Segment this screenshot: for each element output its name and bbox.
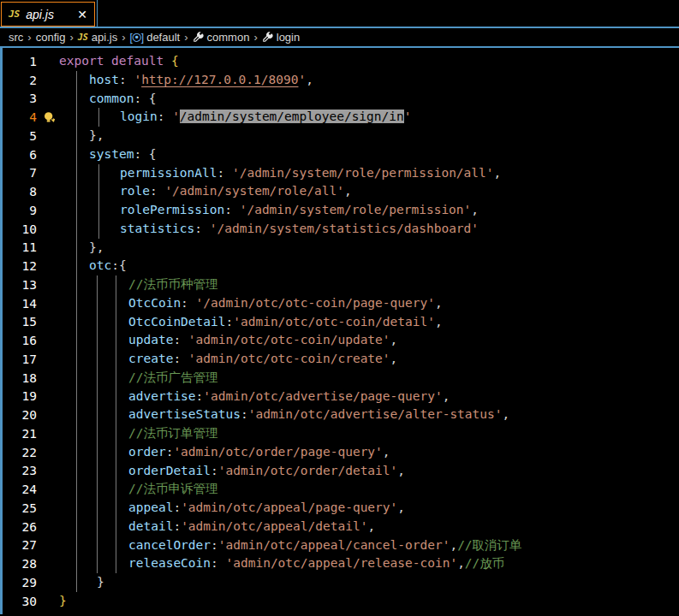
code-content[interactable]: permissionAll: '/admin/system/role/permi… [59,164,679,183]
line-number[interactable]: 17 [3,352,37,366]
line-number[interactable]: 14 [3,297,37,311]
code-content[interactable]: OtcCoin: '/admin/otc/otc-coin/page-query… [59,294,679,313]
code-content[interactable]: cancelOrder:'admin/otc/appeal/cancel-ord… [59,536,679,555]
code-content[interactable]: //法币币种管理 [59,275,679,294]
line-number[interactable]: 13 [3,278,37,292]
line-number[interactable]: 9 [3,204,37,217]
code-content[interactable]: export default { [59,52,679,71]
line-number[interactable]: 19 [3,389,37,403]
line-number[interactable]: 27 [3,538,37,552]
code-line[interactable]: 12otc:{ [3,257,679,275]
line-number[interactable]: 4 [3,110,37,124]
code-line[interactable]: 26detail:'admin/otc/appeal/detail', [3,518,679,536]
line-number[interactable]: 20 [3,408,37,422]
code-content[interactable]: appeal:'admin/otc/appeal/page-query', [59,499,679,518]
code-content[interactable]: //法币订单管理 [59,424,679,443]
code-line[interactable]: 9rolePermission: '/admin/system/role/per… [3,201,679,220]
line-number[interactable]: 26 [3,520,37,534]
line-number[interactable]: 25 [3,501,37,515]
code-line[interactable]: 25appeal:'admin/otc/appeal/page-query', [3,499,679,518]
code-line[interactable]: 4login: '/admin/system/employee/sign/in' [3,108,679,127]
code-content[interactable]: advertiseStatus:'admin/otc/advertise/alt… [59,406,679,424]
code-content[interactable]: login: '/admin/system/employee/sign/in' [59,108,679,127]
line-number[interactable]: 3 [3,92,37,105]
code-content[interactable]: detail:'admin/otc/appeal/detail', [59,518,679,536]
line-number[interactable]: 24 [3,483,37,496]
code-content[interactable]: statistics: '/admin/system/statistics/da… [59,220,679,239]
code-content[interactable]: //法币广告管理 [59,369,679,388]
code-line[interactable]: 3common: { [3,90,679,109]
line-number[interactable]: 11 [3,240,37,254]
code-content[interactable]: } [59,573,679,592]
code-content[interactable]: update: 'admin/otc/otc-coin/update', [59,331,679,350]
code-content[interactable]: orderDetail:'admin/otc/order/detail', [59,462,679,481]
code-content[interactable]: }, [59,239,679,258]
line-number[interactable]: 15 [3,315,37,329]
line-number[interactable]: 29 [3,576,37,589]
code-content[interactable]: order:'admin/otc/order/page-query', [59,443,679,462]
code-content[interactable]: common: { [59,90,679,109]
line-number[interactable]: 8 [3,185,37,198]
line-number[interactable]: 16 [3,334,37,347]
code-line[interactable]: 8role: '/admin/system/role/all', [3,182,679,201]
code-line[interactable]: 28releaseCoin: 'admin/otc/appeal/release… [3,554,679,573]
breadcrumb-item-api.js[interactable]: JSapi.js [78,31,117,44]
code-content[interactable]: system: { [59,145,679,164]
code-line[interactable]: 10statistics: '/admin/system/statistics/… [3,220,679,239]
glyph-margin-lightbulb[interactable] [37,108,59,127]
line-number[interactable]: 7 [3,166,37,180]
breadcrumb-item-config[interactable]: config [36,31,66,44]
line-number[interactable]: 18 [3,371,37,385]
code-line[interactable]: 7permissionAll: '/admin/system/role/perm… [3,164,679,183]
code-line[interactable]: 14OtcCoin: '/admin/otc/otc-coin/page-que… [3,294,679,313]
code-content[interactable]: OtcCoinDetail:'admin/otc/otc-coin/detail… [59,313,679,332]
line-number[interactable]: 1 [3,55,37,68]
line-number[interactable]: 21 [3,427,37,441]
breadcrumb-item-default[interactable]: [⦿]default [129,31,180,44]
line-number[interactable]: 30 [3,595,37,608]
editor[interactable]: 1export default {2host: 'http://127.0.0.… [0,48,679,614]
code-line[interactable]: 19advertise:'admin/otc/advertise/page-qu… [3,388,679,406]
code-content[interactable]: otc:{ [59,257,679,275]
code-content[interactable]: create: 'admin/otc/otc-coin/create', [59,350,679,369]
code-line[interactable]: 17create: 'admin/otc/otc-coin/create', [3,350,679,369]
code-line[interactable]: 15OtcCoinDetail:'admin/otc/otc-coin/deta… [3,313,679,332]
code-line[interactable]: 20advertiseStatus:'admin/otc/advertise/a… [3,406,679,424]
code-line[interactable]: 11}, [3,239,679,258]
breadcrumb-item-login[interactable]: login [262,31,300,44]
breadcrumb-item-common[interactable]: common [193,31,250,44]
code-line[interactable]: 22order:'admin/otc/order/page-query', [3,443,679,462]
code-line[interactable]: 27cancelOrder:'admin/otc/appeal/cancel-o… [3,536,679,555]
code-content[interactable]: advertise:'admin/otc/advertise/page-quer… [59,388,679,406]
close-icon[interactable]: ✕ [77,8,87,21]
code-line[interactable]: 5}, [3,127,679,145]
code-content[interactable]: rolePermission: '/admin/system/role/perm… [59,201,679,220]
code-line[interactable]: 29} [3,573,679,592]
line-number[interactable]: 12 [3,259,37,273]
line-number[interactable]: 23 [3,464,37,477]
code-content[interactable]: releaseCoin: 'admin/otc/appeal/release-c… [59,554,679,573]
line-number[interactable]: 22 [3,446,37,459]
code-line[interactable]: 16update: 'admin/otc/otc-coin/update', [3,331,679,350]
code-line[interactable]: 13//法币币种管理 [3,275,679,294]
line-number[interactable]: 2 [3,74,37,87]
code-line[interactable]: 2host: 'http://127.0.0.1/8090', [3,71,679,90]
line-number[interactable]: 10 [3,222,37,236]
line-number[interactable]: 6 [3,148,37,162]
tab-api-js[interactable]: JS api.js ✕ [1,2,95,27]
code-line[interactable]: 1export default { [3,52,679,71]
code-line[interactable]: 21//法币订单管理 [3,424,679,443]
lightbulb-icon[interactable] [42,110,57,125]
code-line[interactable]: 6system: { [3,145,679,164]
code-content[interactable]: //法币申诉管理 [59,480,679,499]
code-line[interactable]: 30} [3,592,679,611]
line-number[interactable]: 5 [3,129,37,143]
code-line[interactable]: 24//法币申诉管理 [3,480,679,499]
code-line[interactable]: 18//法币广告管理 [3,369,679,388]
code-content[interactable]: role: '/admin/system/role/all', [59,182,679,201]
line-number[interactable]: 28 [3,557,37,571]
code-line[interactable]: 23orderDetail:'admin/otc/order/detail', [3,462,679,481]
code-content[interactable]: }, [59,127,679,145]
code-content[interactable]: host: 'http://127.0.0.1/8090', [59,71,679,90]
code-content[interactable]: } [59,592,679,611]
